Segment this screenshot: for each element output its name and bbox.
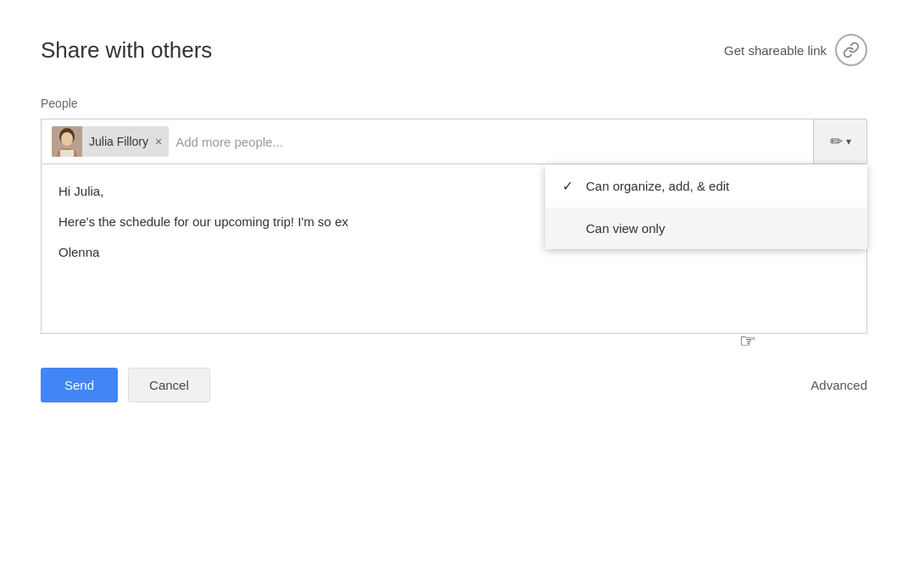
add-people-placeholder[interactable]: Add more people...: [175, 135, 803, 149]
get-shareable-link-button[interactable]: Get shareable link: [724, 34, 867, 66]
people-label: People: [41, 97, 867, 110]
people-row: Julia Fillory × Add more people... ✏ ▾ ✓…: [41, 119, 867, 164]
permissions-button[interactable]: ✏ ▾: [813, 119, 867, 164]
dialog-footer: Send Cancel Advanced: [41, 368, 867, 402]
svg-rect-4: [60, 150, 74, 157]
dialog-header: Share with others Get shareable link: [41, 34, 867, 66]
cancel-button[interactable]: Cancel: [128, 368, 210, 402]
link-icon: [835, 34, 867, 66]
send-button[interactable]: Send: [41, 368, 118, 402]
advanced-link[interactable]: Advanced: [811, 378, 867, 392]
people-input-container[interactable]: Julia Fillory × Add more people...: [41, 119, 813, 164]
svg-point-2: [61, 132, 73, 146]
permission-view-item[interactable]: Can view only: [545, 208, 867, 249]
person-chip: Julia Fillory ×: [52, 126, 169, 157]
dropdown-arrow-icon: ▾: [846, 136, 851, 147]
dialog-title: Share with others: [41, 37, 212, 64]
get-shareable-link-label: Get shareable link: [724, 43, 827, 58]
share-dialog: Share with others Get shareable link Peo…: [0, 0, 908, 588]
avatar: [52, 126, 82, 157]
permission-organize-label: Can organize, add, & edit: [586, 179, 729, 193]
chip-name: Julia Fillory: [82, 135, 153, 148]
pencil-icon: ✏: [830, 132, 843, 151]
permissions-dropdown: ✓ Can organize, add, & edit Can view onl…: [545, 164, 867, 249]
permission-view-label: Can view only: [586, 221, 665, 236]
chip-close-button[interactable]: ×: [153, 136, 169, 147]
checkmark-icon: ✓: [562, 178, 586, 194]
permission-organize-item[interactable]: ✓ Can organize, add, & edit: [545, 164, 867, 208]
